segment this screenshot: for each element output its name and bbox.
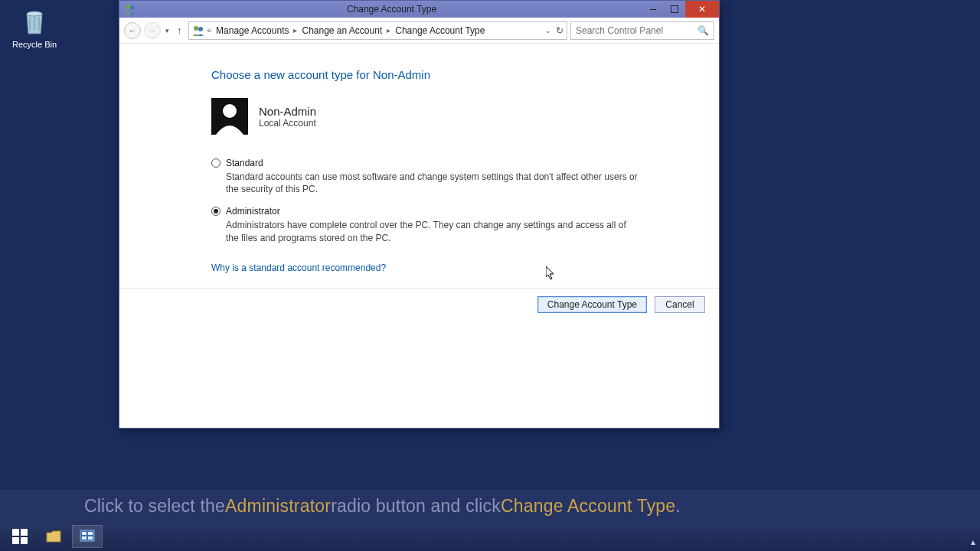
window-title: Change Account Type bbox=[141, 4, 642, 15]
control-panel-window: Change Account Type ← → ▾ ↑ « Manage Acc… bbox=[119, 0, 720, 429]
account-type: Local Account bbox=[259, 118, 316, 129]
search-input[interactable] bbox=[576, 25, 697, 36]
content-pane: Choose a new account type for Non-Admin … bbox=[119, 44, 719, 313]
chevron-right-icon[interactable]: ▸ bbox=[292, 26, 299, 34]
refresh-button[interactable]: ↻ bbox=[556, 25, 564, 36]
svg-rect-14 bbox=[82, 536, 87, 540]
svg-point-2 bbox=[130, 5, 135, 10]
desktop-icon-recycle-bin[interactable]: Recycle Bin bbox=[8, 6, 61, 49]
chevron-right-icon[interactable]: ▸ bbox=[385, 26, 392, 34]
radio-label: Standard bbox=[226, 158, 263, 168]
up-button[interactable]: ↑ bbox=[174, 24, 185, 36]
change-account-type-button[interactable]: Change Account Type bbox=[537, 296, 647, 313]
user-accounts-icon bbox=[192, 24, 204, 37]
forward-button[interactable]: → bbox=[144, 22, 161, 39]
taskbar[interactable]: ▲ bbox=[0, 522, 980, 551]
instruction-overlay: Click to select the Administrator radio … bbox=[0, 490, 980, 522]
svg-rect-13 bbox=[88, 532, 93, 535]
svg-rect-10 bbox=[21, 537, 28, 544]
desktop-icon-label: Recycle Bin bbox=[8, 40, 61, 49]
account-name: Non-Admin bbox=[259, 105, 316, 118]
address-dropdown[interactable]: ⌄ bbox=[545, 27, 551, 34]
svg-point-0 bbox=[27, 11, 42, 16]
svg-rect-9 bbox=[12, 537, 19, 544]
address-bar[interactable]: « Manage Accounts ▸ Change an Account ▸ … bbox=[188, 21, 568, 40]
maximize-button[interactable] bbox=[664, 1, 685, 18]
avatar bbox=[211, 98, 248, 135]
svg-rect-15 bbox=[88, 536, 93, 540]
svg-rect-7 bbox=[12, 529, 19, 536]
user-accounts-icon bbox=[124, 3, 136, 15]
taskbar-control-panel[interactable] bbox=[72, 525, 103, 548]
breadcrumb-seg[interactable]: Change an Account bbox=[300, 25, 384, 36]
svg-point-1 bbox=[126, 5, 130, 9]
svg-rect-12 bbox=[82, 532, 87, 535]
back-button[interactable]: ← bbox=[124, 22, 141, 39]
close-button[interactable] bbox=[685, 1, 719, 18]
titlebar[interactable]: Change Account Type bbox=[119, 1, 719, 18]
recycle-bin-icon bbox=[19, 6, 50, 37]
history-dropdown[interactable]: ▾ bbox=[164, 27, 171, 34]
radio-label: Administrator bbox=[226, 206, 280, 217]
show-hidden-icons[interactable]: ▲ bbox=[969, 538, 977, 546]
radio-option-standard[interactable]: Standard Standard accounts can use most … bbox=[211, 158, 704, 195]
navigation-row: ← → ▾ ↑ « Manage Accounts ▸ Change an Ac… bbox=[119, 18, 719, 44]
minimize-button[interactable] bbox=[642, 1, 664, 18]
svg-point-6 bbox=[223, 104, 237, 118]
radio-description: Administrators have complete control ove… bbox=[226, 219, 639, 243]
radio-standard[interactable] bbox=[211, 158, 220, 168]
cancel-button[interactable]: Cancel bbox=[655, 296, 705, 313]
svg-point-3 bbox=[194, 26, 198, 31]
search-icon: 🔍 bbox=[697, 25, 709, 36]
button-row: Change Account Type Cancel bbox=[119, 288, 719, 313]
svg-rect-8 bbox=[21, 529, 28, 536]
help-link[interactable]: Why is a standard account recommended? bbox=[211, 262, 386, 273]
search-box[interactable]: 🔍 bbox=[570, 21, 714, 40]
svg-point-4 bbox=[198, 27, 203, 31]
page-heading: Choose a new account type for Non-Admin bbox=[211, 68, 704, 81]
account-summary: Non-Admin Local Account bbox=[211, 98, 704, 135]
breadcrumb-seg[interactable]: Change Account Type bbox=[394, 25, 486, 36]
taskbar-file-explorer[interactable] bbox=[38, 525, 69, 548]
radio-description: Standard accounts can use most software … bbox=[226, 171, 639, 195]
radio-administrator[interactable] bbox=[211, 207, 220, 216]
breadcrumb-seg[interactable]: Manage Accounts bbox=[214, 25, 290, 36]
start-button[interactable] bbox=[5, 525, 35, 548]
radio-option-administrator[interactable]: Administrator Administrators have comple… bbox=[211, 206, 704, 243]
breadcrumb-root-chevron-icon[interactable]: « bbox=[206, 26, 214, 34]
